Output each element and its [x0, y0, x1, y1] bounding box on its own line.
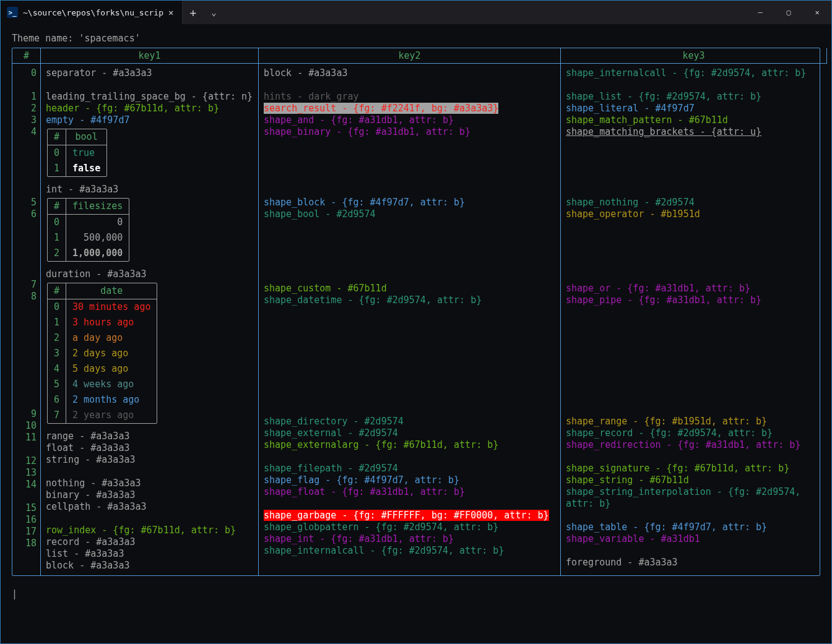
terminal-tab[interactable]: >_ ~\source\repos\forks\nu_scrip ✕ [1, 1, 182, 24]
row-shape-or: shape_or - {fg: #a31db1, attr: b} [566, 283, 822, 294]
row-shape-table: shape_table - {fg: #4f97d7, attr: b} [566, 522, 822, 533]
row-shape-flag: shape_flag - {fg: #4f97d7, attr: b} [264, 474, 555, 486]
theme-table: # key1 key2 key3 0 1 2 3 4 5 6 7 8 9 10 … [12, 48, 820, 576]
row-shape-literal: shape_literal - #4f97d7 [566, 103, 822, 114]
key1-column: separator - #a3a3a3 leading_trailing_spa… [41, 64, 259, 575]
maximize-button[interactable]: ▢ [774, 1, 803, 24]
row-string: string - #a3a3a3 [46, 454, 253, 466]
new-tab-button[interactable]: + [182, 1, 203, 24]
row-record: record - #a3a3a3 [46, 536, 253, 548]
row-nothing: nothing - #a3a3a3 [46, 478, 253, 489]
window-buttons: — ▢ ✕ [746, 1, 831, 24]
row-shape-match-pattern: shape_match_pattern - #67b11d [566, 114, 822, 126]
date-subtable: #date 030 minutes ago 13 hours ago 2a da… [47, 283, 157, 424]
row-shape-redirection: shape_redirection - {fg: #a31db1, attr: … [566, 439, 822, 451]
row-shape-bool: shape_bool - #2d9574 [264, 208, 555, 220]
filesizes-subtable: #filesizes 00 1500,000 21,000,000 [47, 198, 129, 262]
row-empty: empty - #4f97d7 [46, 114, 253, 126]
table-header-index: # [12, 48, 41, 64]
row-shape-record: shape_record - {fg: #2d9574, attr: b} [566, 427, 822, 439]
row-shape-matching-brackets: shape_matching_brackets - {attr: u} [566, 126, 822, 138]
row-binary: binary - #a3a3a3 [46, 489, 253, 501]
row-shape-nothing: shape_nothing - #2d9574 [566, 197, 822, 208]
prompt-cursor[interactable]: | [12, 588, 831, 599]
row-float: float - #a3a3a3 [46, 442, 253, 454]
row-leading-trailing: leading_trailing_space_bg - {attr: n} [46, 91, 253, 103]
row-list: list - #a3a3a3 [46, 548, 253, 560]
row-shape-filepath: shape_filepath - #2d9574 [264, 463, 555, 474]
row-header: header - {fg: #67b11d, attr: b} [46, 103, 253, 114]
row-shape-string: shape_string - #67b11d [566, 474, 822, 486]
terminal-output: Theme name: 'spacemacs' # key1 key2 key3… [1, 24, 831, 581]
row-row-index: row_index - {fg: #67b11d, attr: b} [46, 525, 253, 536]
row-search-result: search_result - {fg: #f2241f, bg: #a3a3a… [264, 103, 555, 114]
row-separator: separator - #a3a3a3 [46, 67, 253, 79]
row-shape-custom: shape_custom - #67b11d [264, 283, 555, 294]
window-titlebar: >_ ~\source\repos\forks\nu_scrip ✕ + ⌄ —… [1, 1, 831, 24]
tab-strip: >_ ~\source\repos\forks\nu_scrip ✕ + ⌄ [1, 1, 224, 24]
key3-column: shape_internalcall - {fg: #2d9574, attr:… [561, 64, 827, 575]
row-foreground: foreground - #a3a3a3 [566, 557, 822, 569]
row-shape-float: shape_float - {fg: #a31db1, attr: b} [264, 486, 555, 498]
row-duration: duration - #a3a3a3 [46, 268, 253, 280]
row-shape-signature: shape_signature - {fg: #67b11d, attr: b} [566, 463, 822, 474]
row-shape-datetime: shape_datetime - {fg: #2d9574, attr: b} [264, 294, 555, 306]
row-shape-block: shape_block - {fg: #4f97d7, attr: b} [264, 197, 555, 208]
row-cellpath: cellpath - #a3a3a3 [46, 501, 253, 513]
row-shape-list: shape_list - {fg: #2d9574, attr: b} [566, 91, 822, 103]
theme-name-line: Theme name: 'spacemacs' [12, 33, 820, 44]
row-block-k1: block - #a3a3a3 [46, 560, 253, 572]
row-int: int - #a3a3a3 [46, 184, 253, 195]
row-shape-string-interpolation: shape_string_interpolation - {fg: #2d957… [566, 486, 822, 510]
row-shape-externalarg: shape_externalarg - {fg: #67b11d, attr: … [264, 439, 555, 451]
row-shape-operator: shape_operator - #b1951d [566, 208, 822, 220]
powershell-icon: >_ [7, 7, 18, 18]
row-block-k2: block - #a3a3a3 [264, 67, 555, 79]
row-shape-directory: shape_directory - #2d9574 [264, 416, 555, 427]
row-hints: hints - dark_gray [264, 91, 555, 103]
table-header-key1: key1 [41, 48, 259, 64]
tab-title: ~\source\repos\forks\nu_scrip [23, 8, 163, 17]
index-column: 0 1 2 3 4 5 6 7 8 9 10 11 12 13 14 15 16… [12, 64, 41, 575]
row-shape-range: shape_range - {fg: #b1951d, attr: b} [566, 416, 822, 427]
table-header-key2: key2 [259, 48, 561, 64]
minimize-button[interactable]: — [746, 1, 774, 24]
bool-subtable: #bool 0true 1false [47, 129, 107, 177]
tab-close-button[interactable]: ✕ [168, 7, 173, 17]
row-shape-external: shape_external - #2d9574 [264, 427, 555, 439]
row-shape-variable: shape_variable - #a31db1 [566, 533, 822, 545]
row-shape-binary: shape_binary - {fg: #a31db1, attr: b} [264, 126, 555, 138]
tab-dropdown-button[interactable]: ⌄ [203, 1, 224, 24]
row-shape-internalcall-k3: shape_internalcall - {fg: #2d9574, attr:… [566, 67, 822, 79]
key2-column: block - #a3a3a3 hints - dark_gray search… [259, 64, 561, 575]
row-shape-internalcall-k2: shape_internalcall - {fg: #2d9574, attr:… [264, 545, 555, 557]
row-shape-int: shape_int - {fg: #a31db1, attr: b} [264, 533, 555, 545]
row-range: range - #a3a3a3 [46, 431, 253, 442]
table-header-key3: key3 [561, 48, 827, 64]
row-shape-pipe: shape_pipe - {fg: #a31db1, attr: b} [566, 294, 822, 306]
close-button[interactable]: ✕ [803, 1, 831, 24]
row-shape-globpattern: shape_globpattern - {fg: #2d9574, attr: … [264, 522, 555, 533]
row-shape-and: shape_and - {fg: #a31db1, attr: b} [264, 114, 555, 126]
row-shape-garbage: shape_garbage - {fg: #FFFFFF, bg: #FF000… [264, 510, 555, 522]
